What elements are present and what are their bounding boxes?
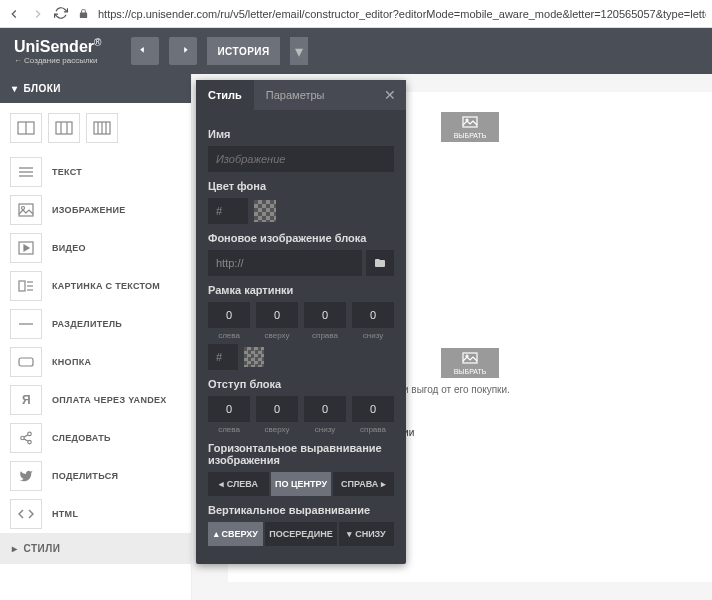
label-bgcolor: Цвет фона bbox=[208, 180, 394, 192]
label-padding: Отступ блока bbox=[208, 378, 394, 390]
svg-rect-12 bbox=[19, 204, 33, 216]
valign-bottom-button[interactable]: ▾СНИЗУ bbox=[339, 522, 394, 546]
history-button[interactable]: ИСТОРИЯ bbox=[207, 37, 279, 65]
sidebar-item-yandex[interactable]: ЯОПЛАТА ЧЕРЕЗ YANDEX bbox=[0, 381, 191, 419]
caret-left-icon: ◂ bbox=[219, 479, 224, 489]
sidebar-item-follow[interactable]: СЛЕДОВАТЬ bbox=[0, 419, 191, 457]
browser-bar: https://cp.unisender.com/ru/v5/letter/em… bbox=[0, 0, 712, 28]
column-2-button[interactable] bbox=[48, 113, 80, 143]
label-valign: Вертикальное выравнивание bbox=[208, 504, 394, 516]
column-3-button[interactable] bbox=[86, 113, 118, 143]
tab-style[interactable]: Стиль bbox=[196, 80, 254, 110]
sidebar-item-share[interactable]: ПОДЕЛИТЬСЯ bbox=[0, 457, 191, 495]
sidebar-item-divider[interactable]: РАЗДЕЛИТЕЛЬ bbox=[0, 305, 191, 343]
caret-right-icon: ▸ bbox=[12, 543, 18, 554]
frame-top-input[interactable] bbox=[256, 302, 298, 328]
label-bgimage: Фоновое изображение блока bbox=[208, 232, 394, 244]
select-image-button-2[interactable]: ВЫБРАТЬ bbox=[441, 348, 499, 378]
halign-left-button[interactable]: ◂СЛЕВА bbox=[208, 472, 269, 496]
svg-point-24 bbox=[28, 440, 32, 444]
logo-text: UniSender bbox=[14, 38, 94, 55]
frame-color-input[interactable] bbox=[208, 344, 238, 370]
sidebar-item-image-text[interactable]: КАРТИНКА С ТЕКСТОМ bbox=[0, 267, 191, 305]
halign-right-button[interactable]: СПРАВА▸ bbox=[333, 472, 394, 496]
lock-icon bbox=[78, 8, 90, 20]
valign-top-button[interactable]: ▴СВЕРХУ bbox=[208, 522, 263, 546]
svg-line-25 bbox=[24, 435, 28, 437]
label-name: Имя bbox=[208, 128, 394, 140]
svg-rect-27 bbox=[463, 117, 477, 127]
reload-button[interactable] bbox=[54, 6, 70, 22]
image-icon bbox=[10, 195, 42, 225]
forward-button[interactable] bbox=[30, 6, 46, 22]
redo-button[interactable] bbox=[169, 37, 197, 65]
caret-right-icon: ▸ bbox=[381, 479, 386, 489]
pad-top-input[interactable] bbox=[256, 396, 298, 422]
select-image-button[interactable]: ВЫБРАТЬ bbox=[441, 112, 499, 142]
pad-bottom-input[interactable] bbox=[304, 396, 346, 422]
frame-bottom-input[interactable] bbox=[352, 302, 394, 328]
video-icon bbox=[10, 233, 42, 263]
sidebar-head-blocks[interactable]: ▾БЛОКИ bbox=[0, 74, 191, 103]
caret-down-icon: ▾ bbox=[347, 529, 352, 539]
svg-rect-20 bbox=[19, 358, 33, 366]
svg-text:Я: Я bbox=[22, 393, 31, 407]
sidebar-item-text[interactable]: ТЕКСТ bbox=[0, 153, 191, 191]
url-bar[interactable]: https://cp.unisender.com/ru/v5/letter/em… bbox=[98, 8, 706, 20]
button-icon bbox=[10, 347, 42, 377]
logo: UniSender® ←Создание рассылки bbox=[14, 37, 101, 65]
text-icon bbox=[10, 157, 42, 187]
bgimage-input[interactable] bbox=[208, 250, 362, 276]
follow-icon bbox=[10, 423, 42, 453]
svg-rect-15 bbox=[19, 281, 25, 291]
frame-right-input[interactable] bbox=[304, 302, 346, 328]
pad-right-input[interactable] bbox=[352, 396, 394, 422]
caret-up-icon: ▴ bbox=[214, 529, 219, 539]
sidebar-item-video[interactable]: ВИДЕО bbox=[0, 229, 191, 267]
sidebar-item-button[interactable]: КНОПКА bbox=[0, 343, 191, 381]
html-icon bbox=[10, 499, 42, 529]
style-panel: Стиль Параметры ✕ Имя Цвет фона Фоновое … bbox=[196, 80, 406, 564]
image-placeholder-icon bbox=[461, 116, 479, 130]
close-panel-button[interactable]: ✕ bbox=[374, 87, 406, 103]
image-placeholder-icon bbox=[461, 352, 479, 366]
frame-left-input[interactable] bbox=[208, 302, 250, 328]
column-1-button[interactable] bbox=[10, 113, 42, 143]
halign-center-button[interactable]: ПО ЦЕНТРУ bbox=[271, 472, 332, 496]
svg-point-22 bbox=[28, 432, 32, 436]
svg-rect-2 bbox=[56, 122, 72, 134]
label-halign: Горизонтальное выравнивание изображения bbox=[208, 442, 394, 466]
sidebar-head-styles[interactable]: ▸СТИЛИ bbox=[0, 533, 191, 564]
sidebar-item-html[interactable]: HTML bbox=[0, 495, 191, 533]
twitter-icon bbox=[10, 461, 42, 491]
svg-point-13 bbox=[22, 207, 25, 210]
svg-point-23 bbox=[21, 436, 25, 440]
frame-color-swatch[interactable] bbox=[244, 347, 264, 367]
history-caret-icon[interactable]: ▾ bbox=[290, 37, 308, 65]
name-input[interactable] bbox=[208, 146, 394, 172]
caret-down-icon: ▾ bbox=[12, 83, 18, 94]
image-text-icon bbox=[10, 271, 42, 301]
sidebar-item-image[interactable]: ИЗОБРАЖЕНИЕ bbox=[0, 191, 191, 229]
back-button[interactable] bbox=[6, 6, 22, 22]
folder-button[interactable] bbox=[366, 250, 394, 276]
pad-left-input[interactable] bbox=[208, 396, 250, 422]
divider-icon bbox=[10, 309, 42, 339]
back-arrow-icon: ← bbox=[14, 56, 22, 65]
undo-button[interactable] bbox=[131, 37, 159, 65]
app-topbar: UniSender® ←Создание рассылки ИСТОРИЯ ▾ bbox=[0, 28, 712, 74]
bgcolor-input[interactable] bbox=[208, 198, 248, 224]
label-frame: Рамка картинки bbox=[208, 284, 394, 296]
bgcolor-swatch[interactable] bbox=[254, 200, 276, 222]
yandex-icon: Я bbox=[10, 385, 42, 415]
logo-subtitle: Создание рассылки bbox=[24, 56, 98, 65]
svg-rect-29 bbox=[463, 353, 477, 363]
sidebar: ▾БЛОКИ ТЕКСТ ИЗОБРАЖЕНИЕ ВИДЕО КАРТИНКА … bbox=[0, 74, 192, 600]
svg-line-26 bbox=[24, 439, 28, 441]
tab-params[interactable]: Параметры bbox=[254, 80, 337, 110]
valign-middle-button[interactable]: ПОСЕРЕДИНЕ bbox=[265, 522, 336, 546]
